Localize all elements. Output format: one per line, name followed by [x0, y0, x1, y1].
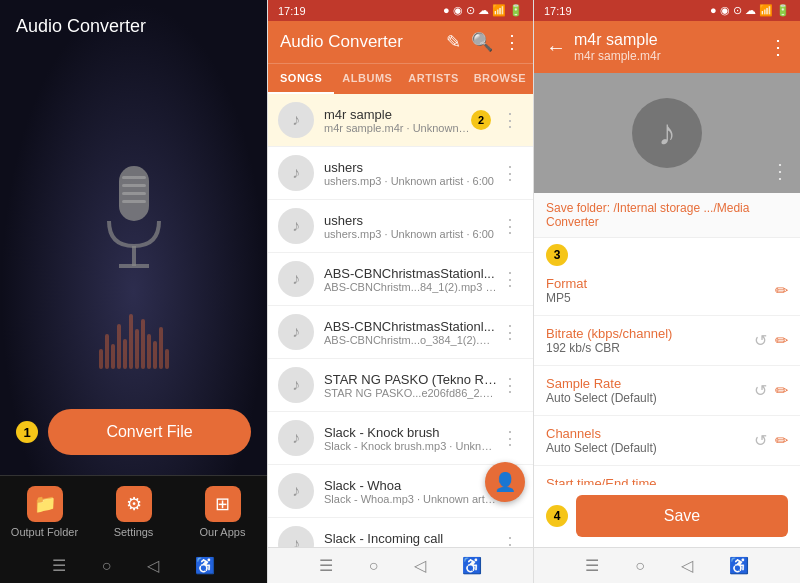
channels-refresh-icon[interactable]: ↺: [754, 431, 767, 450]
nav-settings-label: Settings: [114, 526, 154, 538]
panel-song-list: 17:19 ● ◉ ⊙ ☁ 📶 🔋 Audio Converter ✎ 🔍 ⋮ …: [267, 0, 534, 583]
convert-button-area: 1 Convert File: [0, 389, 267, 475]
panel-audio-converter: Audio Converter: [0, 0, 267, 583]
accessibility-button[interactable]: ♿: [187, 552, 223, 579]
nav-our-apps-label: Our Apps: [200, 526, 246, 538]
microphone-art: [84, 146, 184, 296]
save-folder-label: Save folder:: [546, 201, 610, 215]
panel2-tabs: SONGS ALBUMS ARTISTS BROWSE: [268, 63, 533, 94]
panel2-back-btn[interactable]: ○: [361, 553, 387, 579]
panel3-album-art: ♪ ⋮: [534, 73, 800, 193]
song-title-7: Slack - Knock brush: [324, 425, 497, 440]
song-item-2[interactable]: ♪ ushers ushers.mp3 · Unknown artist · 6…: [268, 147, 533, 200]
panel2-status-icons: ● ◉ ⊙ ☁ 📶 🔋: [443, 4, 523, 17]
nav-settings[interactable]: ⚙ Settings: [89, 476, 178, 548]
home-button[interactable]: ☰: [44, 552, 74, 579]
nav-our-apps[interactable]: ⊞ Our Apps: [178, 476, 267, 548]
song-subtitle-1: m4r sample.m4r · Unknown artist · 1:14: [324, 122, 471, 134]
song-more-3[interactable]: ⋮: [497, 211, 523, 241]
save-button-area: 4 Save: [534, 485, 800, 547]
bitrate-edit-icon[interactable]: ✏: [775, 331, 788, 350]
song-info-5: ABS-CBNChristmasStationl... ABS-CBNChris…: [324, 319, 497, 346]
song-item-4[interactable]: ♪ ABS-CBNChristmasStationl... ABS-CBNChr…: [268, 253, 533, 306]
our-apps-icon: ⊞: [205, 486, 241, 522]
song-icon-2: ♪: [278, 155, 314, 191]
panel3-title: m4r sample: [574, 31, 760, 49]
song-title-2: ushers: [324, 160, 497, 175]
sample-rate-refresh-icon[interactable]: ↺: [754, 381, 767, 400]
art-more-icon[interactable]: ⋮: [770, 159, 790, 183]
badge-2: 2: [471, 110, 491, 130]
svg-rect-4: [122, 200, 146, 203]
nav-output-folder[interactable]: 📁 Output Folder: [0, 476, 89, 548]
panel3-system-bar: ☰ ○ ◁ ♿: [534, 547, 800, 583]
tab-artists[interactable]: ARTISTS: [401, 64, 467, 94]
bitrate-refresh-icon[interactable]: ↺: [754, 331, 767, 350]
back-button[interactable]: ←: [546, 36, 566, 59]
edit-icon[interactable]: ✎: [446, 31, 461, 53]
sample-rate-value: Auto Select (Default): [546, 391, 754, 405]
tab-songs[interactable]: SONGS: [268, 64, 334, 94]
song-subtitle-4: ABS-CBNChristm...84_1(2).mp3 · Unknown a…: [324, 281, 497, 293]
song-info-7: Slack - Knock brush Slack - Knock brush.…: [324, 425, 497, 452]
tab-albums[interactable]: ALBUMS: [334, 64, 400, 94]
song-item-9[interactable]: ♪ Slack - Incoming call Slack - Incoming…: [268, 518, 533, 547]
nav-output-folder-label: Output Folder: [11, 526, 78, 538]
panel2-accessibility-btn[interactable]: ♿: [454, 552, 490, 579]
channels-icons: ↺ ✏: [754, 431, 788, 450]
panel3-home-btn[interactable]: ☰: [577, 552, 607, 579]
song-icon-5: ♪: [278, 314, 314, 350]
fab-button[interactable]: 👤: [485, 462, 525, 502]
sample-rate-info: Sample Rate Auto Select (Default): [546, 376, 754, 405]
panel2-time: 17:19: [278, 5, 306, 17]
tab-browse[interactable]: BROWSE: [467, 64, 533, 94]
search-icon[interactable]: 🔍: [471, 31, 493, 53]
recent-button[interactable]: ◁: [139, 552, 167, 579]
song-item-3[interactable]: ♪ ushers ushers.mp3 · Unknown artist · 6…: [268, 200, 533, 253]
song-subtitle-8: Slack - Whoa.mp3 · Unknown artist · 0:01: [324, 493, 497, 505]
panel3-recent-btn[interactable]: ◁: [673, 552, 701, 579]
song-info-1: m4r sample m4r sample.m4r · Unknown arti…: [324, 107, 471, 134]
panel2-content-wrap: ♪ m4r sample m4r sample.m4r · Unknown ar…: [268, 94, 533, 547]
panel2-home-btn[interactable]: ☰: [311, 552, 341, 579]
panel3-status-icons: ● ◉ ⊙ ☁ 📶 🔋: [710, 4, 790, 17]
song-icon-4: ♪: [278, 261, 314, 297]
song-title-9: Slack - Incoming call: [324, 531, 497, 546]
badge-4: 4: [546, 505, 568, 527]
song-more-2[interactable]: ⋮: [497, 158, 523, 188]
panel3-more-icon[interactable]: ⋮: [768, 35, 788, 59]
song-subtitle-3: ushers.mp3 · Unknown artist · 6:00: [324, 228, 497, 240]
song-item-1[interactable]: ♪ m4r sample m4r sample.m4r · Unknown ar…: [268, 94, 533, 147]
save-button[interactable]: Save: [576, 495, 788, 537]
format-edit-icon[interactable]: ✏: [775, 281, 788, 300]
convert-file-button[interactable]: Convert File: [48, 409, 251, 455]
channels-label: Channels: [546, 426, 754, 441]
panel2-status-bar: 17:19 ● ◉ ⊙ ☁ 📶 🔋: [268, 0, 533, 21]
song-more-7[interactable]: ⋮: [497, 423, 523, 453]
song-item-7[interactable]: ♪ Slack - Knock brush Slack - Knock brus…: [268, 412, 533, 465]
panel2-recent-btn[interactable]: ◁: [406, 552, 434, 579]
settings-section: 3 Format MP5 ✏ Bitrate (kbps/channel) 19…: [534, 238, 800, 485]
song-item-5[interactable]: ♪ ABS-CBNChristmasStationl... ABS-CBNChr…: [268, 306, 533, 359]
back-button[interactable]: ○: [94, 553, 120, 579]
song-more-6[interactable]: ⋮: [497, 370, 523, 400]
panel3-accessibility-btn[interactable]: ♿: [721, 552, 757, 579]
song-title-5: ABS-CBNChristmasStationl...: [324, 319, 497, 334]
hero-art: [0, 53, 267, 389]
more-icon[interactable]: ⋮: [503, 31, 521, 53]
bitrate-value: 192 kb/s CBR: [546, 341, 754, 355]
song-more-5[interactable]: ⋮: [497, 317, 523, 347]
song-more-4[interactable]: ⋮: [497, 264, 523, 294]
format-icons: ✏: [775, 281, 788, 300]
song-more-1[interactable]: ⋮: [497, 105, 523, 135]
song-item-6[interactable]: ♪ STAR NG PASKO (Tekno Rem... STAR NG PA…: [268, 359, 533, 412]
song-info-4: ABS-CBNChristmasStationl... ABS-CBNChris…: [324, 266, 497, 293]
channels-edit-icon[interactable]: ✏: [775, 431, 788, 450]
app-title: Audio Converter: [0, 0, 267, 53]
format-info: Format MP5: [546, 276, 775, 305]
song-icon-3: ♪: [278, 208, 314, 244]
setting-row-bitrate: Bitrate (kbps/channel) 192 kb/s CBR ↺ ✏: [534, 316, 800, 366]
song-more-9[interactable]: ⋮: [497, 529, 523, 547]
sample-rate-edit-icon[interactable]: ✏: [775, 381, 788, 400]
panel3-back-btn[interactable]: ○: [627, 553, 653, 579]
